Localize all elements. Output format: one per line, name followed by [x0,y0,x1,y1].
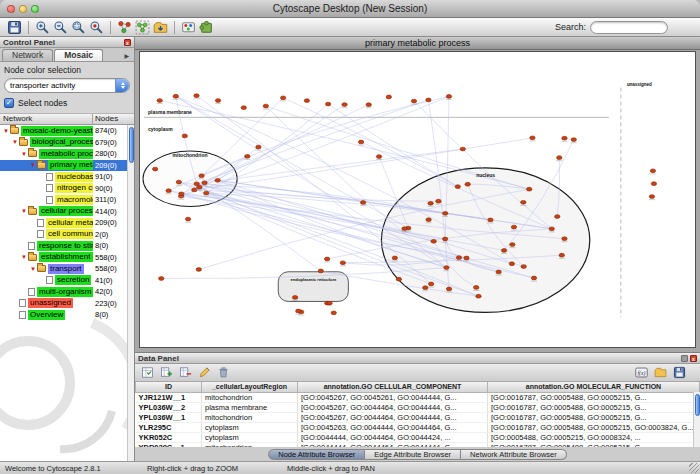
zoom-in-icon[interactable] [34,19,51,36]
cell-component[interactable]: [GO:0045267, GO:0044464, GO:0044444, G..… [298,402,488,412]
cell-id[interactable]: YLR295C [136,422,202,432]
cell-id[interactable]: YJR121W__1 [136,392,202,402]
expander-icon[interactable]: ▼ [29,161,37,169]
zoom-selected-icon[interactable] [88,19,105,36]
window-titlebar[interactable]: Cytoscape Desktop (New Session) [0,0,700,18]
cell-region[interactable]: cytoplasm [202,432,298,442]
tree-row-mosaic-demo-yeast[interactable]: ▼mosaic-demo-yeast874(0) [0,125,127,137]
cell-function[interactable]: [GO:0005488, GO:0005215, GO:0008324, ... [488,432,700,442]
table-row[interactable]: YKR052Ccytoplasm[GO:0044444, GO:0044464,… [136,432,700,442]
save-attributes-icon[interactable] [671,364,688,381]
plugin-manager-icon[interactable] [198,19,215,36]
create-attribute-icon[interactable] [158,364,175,381]
close-window-icon[interactable] [7,5,15,13]
table-row[interactable]: YLR295Ccytoplasm[GO:0045263, GO:0044444,… [136,422,700,432]
cell-id[interactable]: YDR039C__1 [136,442,202,447]
table-scrollbar[interactable] [693,392,700,447]
tree-row-establishment-of-lo[interactable]: ▼establishment of lo...558(0) [0,252,127,264]
expander-icon[interactable]: ▼ [2,127,10,135]
formula-builder-icon[interactable]: f(x) [633,364,650,381]
table-row[interactable]: YJR121W__1mitochondrion[GO:0045267, GO:0… [136,392,700,402]
tree-row-secretion[interactable]: secretion41(0) [0,275,127,287]
cell-function[interactable]: [GO:0016787, GO:0005488, GO:0005215, G..… [488,392,700,402]
minimize-window-icon[interactable] [19,5,27,13]
tree-scrollbar-thumb[interactable] [129,127,134,163]
expander-icon[interactable]: ▼ [20,207,28,215]
expander-icon[interactable]: ▼ [20,253,28,261]
save-session-icon[interactable] [6,19,23,36]
tree-row-primary-metabolic[interactable]: ▼primary metabolic209(0) [0,160,127,172]
cell-component[interactable]: [GO:0045263, GO:0044444, GO:0044464, G..… [298,422,488,432]
table-row[interactable]: YDR039C__1mitochondrion[GO:0044444, GO:0… [136,442,700,447]
cell-function[interactable]: [GO:0016787, GO:0005488, GO:0005215, G..… [488,442,700,447]
tree-row-biological-process[interactable]: ▼biological_process679(0) [0,137,127,149]
cell-id[interactable]: YPL036W__2 [136,402,202,412]
table-row[interactable]: YPL036W__1mitochondrion[GO:0045267, GO:0… [136,412,700,422]
tab-scroll-arrow-icon[interactable]: ▶ [124,52,132,61]
import-network-icon[interactable] [152,19,169,36]
select-attributes-icon[interactable] [139,364,156,381]
edit-attribute-icon[interactable] [196,364,213,381]
column-header-network[interactable]: Network [0,114,93,124]
zoom-fit-icon[interactable] [70,19,87,36]
network-window-titlebar[interactable]: primary metabolic process [135,37,700,50]
cell-region[interactable]: cytoplasm [202,422,298,432]
tree-row-nucleobase[interactable]: nucleobase...91(0) [0,171,127,183]
table-scrollbar-thumb[interactable] [695,394,700,416]
tree-row-metabolic-process[interactable]: ▼metabolic process280(0) [0,148,127,160]
tree-row-macromolecule[interactable]: macromolecule...311(0) [0,194,127,206]
data-panel-close-icon[interactable]: x [690,355,697,362]
cell-component[interactable]: [GO:0044444, GO:0044464, GO:0044424, ... [298,432,488,442]
tree-row-multi-organism-pro[interactable]: multi-organism pro...42(0) [0,286,127,298]
column-header[interactable]: annotation.GO CELLULAR_COMPONENT [298,382,488,392]
column-header[interactable]: _cellularLayoutRegion [202,382,298,392]
tree-row-overview[interactable]: Overview8(0) [0,309,127,321]
cell-function[interactable]: [GO:0016787, GO:0005488, GO:0005215, G..… [488,412,700,422]
cell-id[interactable]: YPL036W__1 [136,412,202,422]
cell-region[interactable]: mitochondrion [202,392,298,402]
graphics-details-icon[interactable] [116,19,133,36]
delete-attribute-icon[interactable] [177,364,194,381]
network-canvas[interactable]: plasma membranecytoplasmmitochondrionnuc… [139,51,696,348]
select-nodes-checkbox[interactable]: ✓ [4,98,14,108]
tree-row-nitrogen-compo[interactable]: nitrogen compo...90(0) [0,183,127,195]
tree-row-cell-communica[interactable]: cell communica...2(0) [0,229,127,241]
import-attributes-icon[interactable] [652,364,669,381]
cell-component[interactable]: [GO:0044444, GO:0044464, GO:0044444, G..… [298,442,488,447]
data-panel-float-icon[interactable] [681,355,688,362]
cell-region[interactable]: mitochondrion [202,442,298,447]
cell-region[interactable]: plasma membrane [202,402,298,412]
cell-region[interactable]: mitochondrion [202,412,298,422]
tree-scrollbar[interactable] [127,125,134,461]
zoom-out-icon[interactable] [52,19,69,36]
tab-node-attribute-browser[interactable]: Node Attribute Browser [268,449,365,460]
network-canvas-svg[interactable]: plasma membranecytoplasmmitochondrionnuc… [140,52,695,347]
cell-function[interactable]: [GO:0016787, GO:0005488, GO:0005215, G..… [488,402,700,412]
expander-icon[interactable]: ▼ [20,150,28,158]
search-input[interactable] [590,21,668,34]
table-row[interactable]: YPL036W__2plasma membrane[GO:0045267, GO… [136,402,700,412]
column-header[interactable]: annotation.GO MOLECULAR_FUNCTION [488,382,700,392]
column-header[interactable]: ID [136,382,202,392]
tree-row-transport[interactable]: ▼transport558(0) [0,263,127,275]
tab-edge-attribute-browser[interactable]: Edge Attribute Browser [365,449,461,460]
delete-row-icon[interactable] [215,364,232,381]
expander-icon[interactable]: ▼ [11,138,19,146]
tab-mosaic[interactable]: Mosaic [54,49,103,61]
cell-function[interactable]: [GO:0016787, GO:0005488, GO:0005215, GO:… [488,422,700,432]
tab-network-attribute-browser[interactable]: Network Attribute Browser [461,449,567,460]
dropdown-arrow-icon[interactable] [115,79,129,92]
tab-network[interactable]: Network [2,49,53,61]
column-header-nodes[interactable]: Nodes [93,114,134,124]
cell-component[interactable]: [GO:0045267, GO:0045261, GO:0044444, G..… [298,392,488,402]
tree-row-response-to-stimulus[interactable]: response to stimulus8(0) [0,240,127,252]
control-panel-close-icon[interactable]: x [124,39,131,46]
new-network-from-selection-icon[interactable] [134,19,151,36]
vizmapper-icon[interactable] [180,19,197,36]
tree-row-cellular-metabo[interactable]: cellular metabo...209(0) [0,217,127,229]
tree-row-unassigned[interactable]: unassigned223(0) [0,298,127,310]
color-attribute-dropdown[interactable]: transporter activity [4,78,130,93]
zoom-window-icon[interactable] [31,5,39,13]
expander-icon[interactable]: ▼ [29,265,37,273]
tree-row-cellular-process[interactable]: ▼cellular process414(0) [0,206,127,218]
